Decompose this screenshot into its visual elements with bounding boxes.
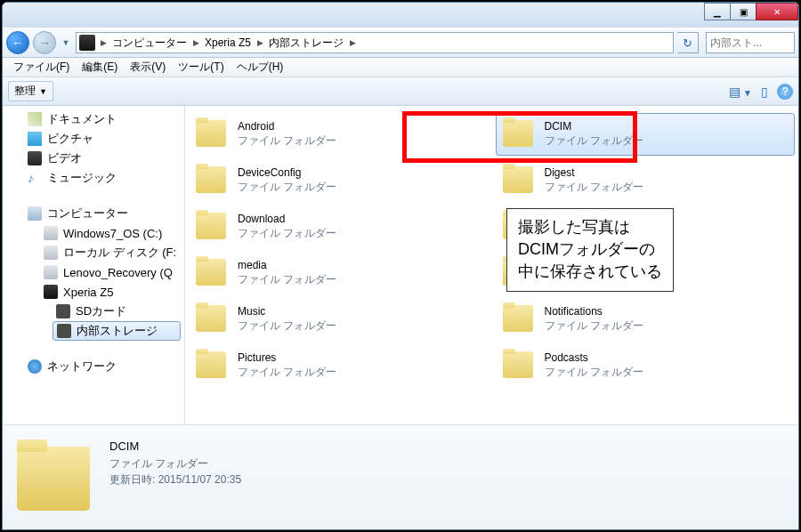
tree-item[interactable]: ♪ミュージック [3,168,184,188]
pic-icon [28,132,42,146]
folder-item[interactable]: DeviceConfigファイル フォルダー [189,159,489,202]
history-dropdown[interactable]: ▼ [60,35,72,51]
nav-row: ← → ▼ ▶ コンピューター ▶ Xperia Z5 ▶ 内部ストレージ ▶ … [3,28,798,58]
refresh-button[interactable]: ↻ [677,32,699,53]
menu-bar: ファイル(F) 編集(E) 表示(V) ツール(T) ヘルプ(H) [3,58,798,77]
tree-item[interactable]: ピクチャ [3,129,184,149]
chevron-right-icon[interactable]: ▶ [346,38,359,47]
search-input[interactable]: 内部スト... [706,32,795,53]
drive-icon [44,226,58,240]
folder-item[interactable]: Androidファイル フォルダー [189,113,489,156]
chevron-right-icon[interactable]: ▶ [190,38,202,47]
menu-tools[interactable]: ツール(T) [173,58,229,77]
folder-item[interactable]: DCIMファイル フォルダー [496,113,796,156]
tree-network[interactable]: ネットワーク [3,357,184,376]
forward-button[interactable]: → [33,31,56,54]
folder-icon [500,117,538,152]
folder-icon [500,302,538,337]
help-button[interactable]: ? [777,84,793,100]
storage-icon [56,304,70,318]
details-modified: 更新日時: 2015/11/07 20:35 [109,472,241,488]
folder-view[interactable]: Androidファイル フォルダーDCIMファイル フォルダーDeviceCon… [185,106,798,424]
folder-icon [193,117,231,152]
organize-button[interactable]: 整理▼ [8,81,53,101]
storage-icon [57,324,71,338]
folder-item[interactable]: Podcastsファイル フォルダー [496,344,796,387]
folder-item[interactable]: Musicファイル フォルダー [189,298,489,341]
back-button[interactable]: ← [6,31,29,54]
breadcrumb[interactable]: Xperia Z5 [202,33,254,52]
folder-icon [12,434,97,516]
mus-icon: ♪ [28,171,42,185]
details-type: ファイル フォルダー [109,455,241,472]
details-pane: DCIM ファイル フォルダー 更新日時: 2015/11/07 20:35 [3,424,798,529]
chevron-right-icon[interactable]: ▶ [254,38,266,47]
folder-item[interactable]: mediaファイル フォルダー [189,252,489,294]
folder-icon [193,302,231,337]
folder-icon [193,255,231,291]
drive-icon [44,246,58,260]
navigation-tree[interactable]: ドキュメントピクチャビデオ♪ミュージック コンピューター Windows7_OS… [3,106,185,424]
tree-item[interactable]: SDカード [3,302,184,321]
breadcrumb[interactable]: コンピューター [109,33,190,52]
vid-icon [28,151,42,165]
drive-icon [44,265,58,279]
annotation-callout: 撮影した写真は DCIMフォルダーの 中に保存されている [506,208,674,292]
tree-item[interactable]: Xperia Z5 [3,282,184,302]
tree-item[interactable]: Windows7_OS (C:) [3,223,184,243]
folder-icon [500,163,538,198]
maximize-button[interactable]: ▣ [730,3,756,20]
details-name: DCIM [109,438,241,455]
close-button[interactable]: ✕ [756,3,798,20]
computer-icon [28,206,42,221]
folder-icon [193,348,231,383]
tree-computer[interactable]: コンピューター [3,204,184,223]
view-options-button[interactable]: ▤ ▼ [729,85,752,99]
network-icon [28,359,42,374]
tree-item[interactable]: 内部ストレージ [53,321,181,341]
chevron-right-icon[interactable]: ▶ [97,38,109,47]
folder-icon [193,163,231,198]
tree-item[interactable]: Lenovo_Recovery (Q [3,262,184,282]
address-bar[interactable]: ▶ コンピューター ▶ Xperia Z5 ▶ 内部ストレージ ▶ [76,32,674,53]
menu-view[interactable]: 表示(V) [125,58,171,77]
preview-pane-button[interactable]: ▯ [761,85,768,99]
drive-icon [44,285,58,299]
folder-item[interactable]: Picturesファイル フォルダー [189,344,489,387]
folder-icon [500,348,538,383]
folder-item[interactable]: Downloadファイル フォルダー [189,206,489,248]
menu-file[interactable]: ファイル(F) [8,58,75,77]
menu-edit[interactable]: 編集(E) [77,58,123,77]
folder-icon [193,209,231,245]
device-icon [79,35,95,51]
titlebar[interactable]: ▁ ▣ ✕ [3,3,798,28]
explorer-window: ▁ ▣ ✕ ← → ▼ ▶ コンピューター ▶ Xperia Z5 ▶ 内部スト… [2,2,799,530]
tree-item[interactable]: ビデオ [3,149,184,168]
doc-icon [28,112,42,126]
folder-item[interactable]: Digestファイル フォルダー [496,159,796,202]
breadcrumb[interactable]: 内部ストレージ [266,33,346,52]
tree-item[interactable]: ドキュメント [3,109,184,129]
toolbar: 整理▼ ▤ ▼ ▯ ? [3,77,798,106]
folder-item[interactable]: Notificationsファイル フォルダー [496,298,796,341]
tree-item[interactable]: ローカル ディスク (F: [3,243,184,262]
menu-help[interactable]: ヘルプ(H) [231,58,289,77]
minimize-button[interactable]: ▁ [704,3,731,20]
